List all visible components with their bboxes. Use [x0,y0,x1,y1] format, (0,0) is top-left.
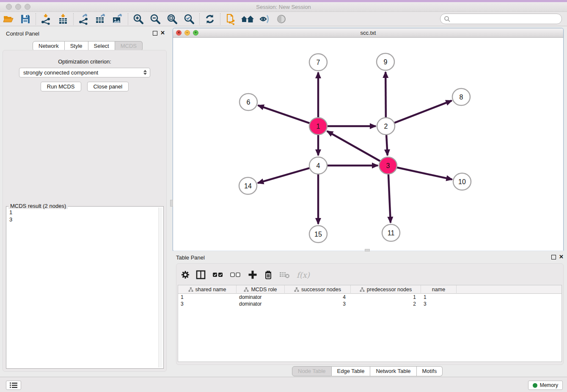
vertical-scrollbar-grip[interactable] [170,200,173,207]
table-header-row: shared name MCDS role successor nodes pr… [178,285,561,294]
graph-edge-2-3[interactable] [386,135,388,155]
run-mcds-button[interactable]: Run MCDS [41,82,81,91]
app-window: Session: New Session [0,0,567,392]
home-icon [240,13,255,25]
apply-layout-button[interactable] [201,13,218,25]
save-session-button[interactable] [17,13,34,25]
cell-mcds-role[interactable]: dominator [237,301,285,307]
network-window-titlebar[interactable]: ✕ − + scc.txt [173,28,563,38]
tab-motifs[interactable]: Motifs [417,366,443,376]
cell-predecessor-nodes[interactable]: 2 [351,301,421,307]
column-header-successor-nodes[interactable]: successor nodes [285,285,351,294]
import-network-button[interactable] [38,13,55,25]
graph-edge-2-8[interactable] [394,101,452,123]
preview-button[interactable] [273,13,290,25]
graph-node-label: 11 [388,229,395,237]
column-header-mcds-role[interactable]: MCDS role [237,285,285,294]
export-network-button[interactable] [75,13,92,25]
tab-edge-table[interactable]: Edge Table [332,366,371,376]
tab-node-table[interactable]: Node Table [292,366,332,376]
zoom-fit-button[interactable] [164,13,181,25]
status-bar: Memory [0,377,567,392]
hide-icon [259,13,270,25]
graph-edge-3-10[interactable] [397,167,452,179]
gear-icon[interactable] [181,270,190,279]
column-header-name[interactable]: name [421,285,457,294]
open-session-button[interactable] [0,13,17,25]
task-history-button[interactable] [6,381,21,390]
cell-shared-name[interactable]: 3 [178,301,237,307]
tree-icon [360,287,365,292]
tree-icon [294,287,299,292]
export-image-button[interactable] [109,13,126,25]
export-table-button[interactable] [92,13,109,25]
tree-icon [188,287,193,292]
column-header-predecessor-nodes[interactable]: predecessor nodes [351,285,421,294]
duplicate-network-button[interactable] [222,13,239,25]
select-all-icon[interactable] [212,270,224,279]
zoom-out-button[interactable] [147,13,164,25]
graph-node-label: 7 [317,59,320,66]
toolbar-separator [199,13,200,25]
close-table-panel-icon[interactable]: ✕ [559,254,564,260]
horizontal-scrollbar-grip[interactable] [365,249,370,251]
search-input[interactable] [451,16,561,22]
mcds-result-title: MCDS result (2 nodes) [8,203,68,209]
control-panel-title: Control Panel [6,30,39,37]
close-panel-icon[interactable]: ✕ [160,30,165,36]
cell-shared-name[interactable]: 1 [178,294,237,301]
optimization-criterion-select[interactable]: strongly connected component [19,68,150,77]
node-table[interactable]: shared name MCDS role successor nodes pr… [178,285,562,362]
cell-successor-nodes[interactable]: 3 [285,301,351,307]
add-icon[interactable] [248,270,258,280]
import-table-button[interactable] [55,13,72,25]
float-panel-icon[interactable] [153,31,157,36]
graph-edge-2-9[interactable] [385,72,386,117]
graph-node-label: 8 [460,94,463,101]
cell-name[interactable]: 1 [421,294,457,301]
table-row[interactable]: 1 dominator 4 1 1 [178,294,561,301]
home-button[interactable] [239,13,256,25]
list-icon [9,382,18,389]
zoom-in-button[interactable] [130,13,147,25]
session-title: Session: New Session [0,4,567,10]
zoom-selected-button[interactable] [181,13,198,25]
tab-network-table[interactable]: Network Table [370,366,416,376]
graph-edge-3-11[interactable] [388,174,391,223]
deselect-all-icon[interactable] [230,270,242,279]
node-table-panel: f(x) shared name MCDS role successor nod… [176,263,564,365]
mcds-panel: Optimization criterion: strongly connect… [3,50,167,372]
table-panel-header: Table Panel ✕ [173,252,564,263]
column-pane-icon[interactable] [196,270,206,279]
float-table-panel-icon[interactable] [551,255,556,259]
toolbar-separator [36,13,36,25]
save-icon [19,13,31,25]
table-row[interactable]: 3 dominator 3 2 3 [178,301,561,307]
graph-node-label: 14 [244,182,252,190]
select-stepper-icon [143,70,147,75]
duplicate-network-icon [225,13,237,25]
graph-node-label: 6 [247,99,250,106]
memory-button[interactable]: Memory [528,381,563,390]
delete-icon[interactable] [264,270,273,280]
cell-name[interactable]: 3 [421,301,457,307]
network-graph[interactable]: 7968124314101511 [173,38,563,251]
delete-table-icon[interactable] [279,270,291,279]
optimization-criterion-label: Optimization criterion: [3,58,166,65]
cell-successor-nodes[interactable]: 4 [285,294,351,301]
graph-edge-1-6[interactable] [258,105,310,123]
network-canvas[interactable]: 7968124314101511 [173,38,563,251]
graph-edge-4-14[interactable] [258,168,310,183]
mcds-result-scrollbar[interactable] [158,207,162,367]
graph-edge-3-1[interactable] [327,131,380,161]
search-field[interactable] [440,14,562,24]
cell-mcds-role[interactable]: dominator [237,294,285,301]
graph-node-label: 1 [317,123,320,130]
memory-status-icon [533,383,537,388]
cell-predecessor-nodes[interactable]: 1 [351,294,421,301]
hide-button[interactable] [256,13,273,25]
column-header-shared-name[interactable]: shared name [178,285,237,294]
zoom-selected-icon [183,13,195,25]
close-panel-button[interactable]: Close panel [87,82,129,91]
mcds-result-text[interactable]: 1 3 [8,209,157,367]
